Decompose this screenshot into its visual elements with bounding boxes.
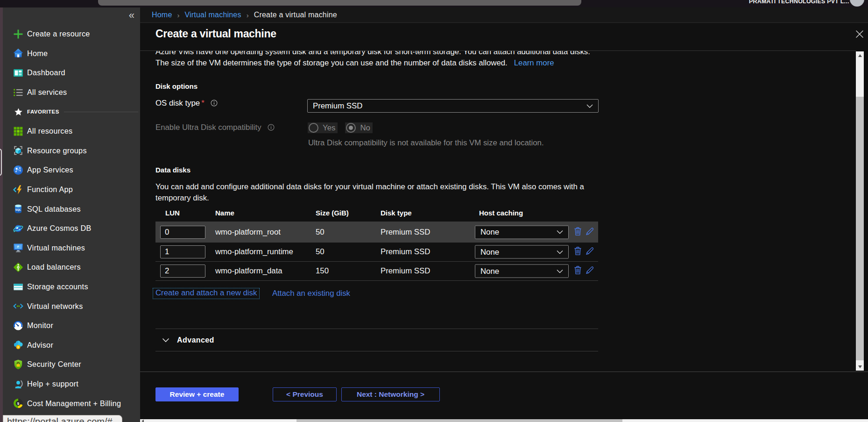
host-caching-select[interactable]: None [475,225,569,239]
donut-icon: $ [13,398,24,409]
diamond-icon [13,262,24,273]
sidebar-item-resource-groups[interactable]: Resource groups [3,141,140,161]
breadcrumb-home[interactable]: Home [152,11,172,19]
delete-disk-icon[interactable] [574,266,582,277]
avatar[interactable] [850,0,864,7]
plus-icon [13,29,24,40]
sidebar-item-label: Azure Cosmos DB [27,224,92,233]
review-create-button[interactable]: Review + create [155,387,239,401]
star-icon [14,107,23,116]
delete-disk-icon[interactable] [574,227,582,237]
sidebar-item-virtual-machines[interactable]: Virtual machines [3,238,140,258]
sidebar-item-monitor[interactable]: Monitor [3,316,140,336]
sidebar-collapse-icon[interactable]: « [129,9,134,21]
sidebar-item-label: Create a resource [27,29,90,38]
top-bar: PRAMATI TECHNOLOGIES PVT L... [0,0,868,7]
info-icon[interactable] [268,124,275,133]
disk-size: 50 [316,247,325,257]
sidebar-item-app-services[interactable]: App Services [3,160,140,180]
scroll-up-icon[interactable] [856,51,864,59]
breadcrumb-current: Create a virtual machine [254,11,337,19]
cloud-badge-icon [13,339,24,350]
breadcrumb-separator-icon: › [247,11,249,19]
vertical-scrollbar-thumb[interactable] [856,97,864,360]
attach-existing-disk-link[interactable]: Attach an existing disk [272,289,350,298]
search-input[interactable] [98,0,581,6]
close-icon[interactable] [855,30,864,38]
vertical-scrollbar[interactable] [856,51,864,371]
sidebar-item-security-center[interactable]: Security Center [3,355,140,374]
sidebar-item-label: All resources [27,127,72,136]
breadcrumb: Home › Virtual machines › Create a virtu… [140,7,868,23]
edit-disk-icon[interactable] [586,227,594,237]
column-header-name: Name [215,209,234,217]
sidebar-item-help-support[interactable]: Help + support [3,374,140,394]
disk-name: wmo-platform_runtime [215,247,293,257]
breadcrumb-virtual-machines[interactable]: Virtual machines [184,11,241,19]
previous-button[interactable]: < Previous [273,387,337,401]
scroll-left-icon[interactable] [141,420,144,422]
sidebar-item-label: All services [27,88,67,97]
sidebar-item-label: Virtual machines [27,243,85,252]
ultra-disk-label: Enable Ultra Disk compatibility [155,123,275,133]
edit-disk-icon[interactable] [586,266,594,277]
lun-input[interactable] [160,245,205,258]
disk-type: Premium SSD [381,247,430,257]
page-title: Create a virtual machine [155,28,276,40]
learn-more-link[interactable]: Learn more [514,58,554,67]
radio-circle-selected [346,123,356,133]
ultra-disk-note: Ultra Disk compatibility is not availabl… [308,138,544,148]
sidebar-item-cost-management-billing[interactable]: $Cost Management + Billing [3,393,140,413]
disk-options-heading: Disk options [155,82,198,91]
create-attach-disk-link[interactable]: Create and attach a new disk [153,288,260,299]
host-caching-select[interactable]: None [475,245,569,259]
scroll-down-icon[interactable] [856,363,864,371]
radio-no[interactable]: No [345,122,372,133]
sidebar-item-virtual-networks[interactable]: Virtual networks [3,296,140,316]
horizontal-scrollbar-thumb[interactable] [296,419,622,422]
monitor-screen-icon [13,242,24,253]
sidebar-item-storage-accounts[interactable]: Storage accounts [3,277,140,297]
disk-size: 50 [316,228,325,237]
disk-name: wmo-platform_data [215,266,282,276]
info-icon[interactable] [211,100,218,109]
main-panel: Home › Virtual machines › Create a virtu… [140,7,868,422]
lun-input[interactable] [160,226,205,239]
network-icon [13,300,24,312]
os-disk-type-select[interactable]: Premium SSD [307,99,599,113]
next-networking-button[interactable]: Next : Networking > [341,387,440,401]
sidebar-item-load-balancers[interactable]: Load balancers [3,257,140,277]
breadcrumb-separator-icon: › [177,11,179,19]
scrollbar-gutter [864,50,868,372]
radio-yes[interactable]: Yes [308,122,338,133]
horizontal-scrollbar[interactable] [140,419,868,422]
planet-icon [13,223,24,234]
sidebar-item-all-resources[interactable]: All resources [3,122,140,141]
disk-links-row: Create and attach a new disk Attach an e… [155,288,260,299]
sidebar-item-label: Function App [27,185,73,194]
lun-input[interactable] [160,265,205,278]
sidebar-item-advisor[interactable]: Advisor [3,336,140,355]
intro-line-1: Azure VMs have one operating system disk… [155,50,598,57]
sidebar-item-dashboard[interactable]: Dashboard [3,63,140,83]
sidebar-item-function-app[interactable]: Function App [3,180,140,200]
intro-line-2: The size of the VM determines the type o… [155,57,598,69]
chevron-down-icon [557,250,563,254]
host-caching-select[interactable]: None [475,265,569,278]
advanced-section: Advanced [155,329,598,351]
sidebar-item-sql-databases[interactable]: SQLSQL databases [3,199,140,219]
edit-disk-icon[interactable] [586,247,594,257]
sidebar-item-label: SQL databases [27,205,81,214]
table-header-row: LUN Name Size (GiB) Disk type Host cachi… [155,207,598,222]
os-disk-type-label: OS disk type* [155,99,218,109]
sidebar-item-all-services[interactable]: All services [3,83,140,102]
delete-disk-icon[interactable] [574,247,582,257]
advanced-toggle[interactable]: Advanced [155,329,598,351]
disk-type: Premium SSD [381,228,430,237]
sidebar-item-home[interactable]: Home [3,44,140,64]
sidebar-item-azure-cosmos-db[interactable]: Azure Cosmos DB [3,219,140,238]
sidebar-item-create-a-resource[interactable]: Create a resource [3,24,140,44]
table-row: wmo-platform_root 50 Premium SSD None [155,222,598,243]
sidebar-item-label: Security Center [27,360,81,369]
disk-name: wmo-platform_root [215,228,281,237]
